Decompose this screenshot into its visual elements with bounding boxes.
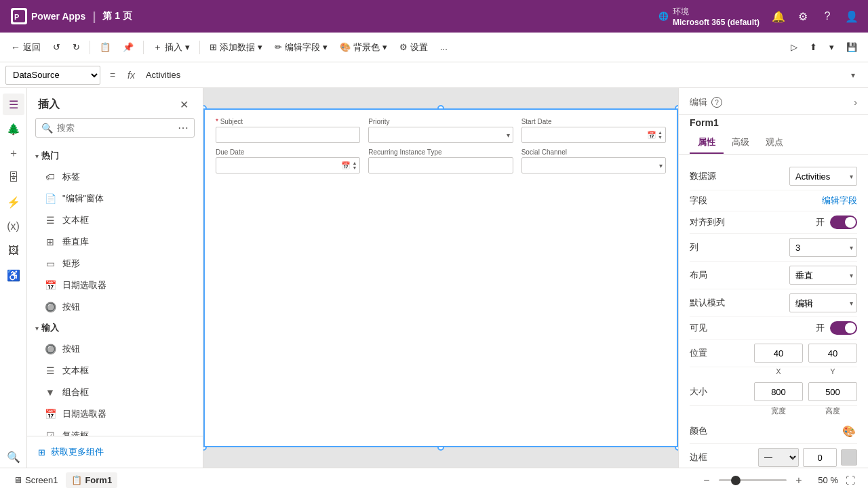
preview-button[interactable]: ▷ xyxy=(785,39,803,55)
search-more-button[interactable]: ⋯ xyxy=(178,121,189,134)
bg-color-button[interactable]: 🎨 背景色 ▾ xyxy=(334,39,393,56)
position-inputs xyxy=(754,344,857,363)
input-section-header[interactable]: ▾ 输入 xyxy=(27,318,203,338)
help-button[interactable]: ? xyxy=(816,5,838,27)
insert-button[interactable]: ＋ 插入 ▾ xyxy=(148,39,195,56)
default-mode-select[interactable]: 编辑 xyxy=(789,293,857,312)
due-date-input[interactable]: 📅 ▲ ▼ xyxy=(216,157,360,173)
layout-select[interactable]: 垂直 xyxy=(789,266,857,285)
edit-field-button[interactable]: ✏ 编辑字段 ▾ xyxy=(269,39,333,56)
textbox-input-icon: ☰ xyxy=(43,364,57,377)
tab-properties[interactable]: 属性 xyxy=(690,131,724,154)
screen1-button[interactable]: 🖥 Screen1 xyxy=(8,472,63,488)
priority-label: Priority xyxy=(368,118,513,125)
connect-panel-button[interactable]: ⚡ xyxy=(3,191,24,213)
snap-columns-toggle[interactable] xyxy=(830,216,857,229)
form1-button[interactable]: 📋 Form1 xyxy=(66,472,117,488)
search-left-button[interactable]: 🔍 xyxy=(3,446,24,468)
recurring-label: Recurring Instance Type xyxy=(368,148,513,156)
columns-select[interactable]: 3 xyxy=(789,238,857,257)
formula-fx-button[interactable]: fx xyxy=(125,70,138,81)
settings-button[interactable]: ⚙ xyxy=(792,5,814,27)
sidebar-item-textbox-input[interactable]: ☰ 文本框 xyxy=(27,360,203,382)
form-canvas[interactable]: * Subject Priority ▾ Start Date xyxy=(203,108,678,447)
add-data-button[interactable]: ⊞ 添加数据 ▾ xyxy=(204,39,268,56)
sidebar-item-combobox[interactable]: ▼ 组合框 xyxy=(27,382,203,403)
tab-advanced[interactable]: 高级 xyxy=(724,131,757,154)
width-input[interactable] xyxy=(754,382,803,401)
sidebar-item-checkbox[interactable]: ☑ 复选框 xyxy=(27,425,203,436)
popular-section-title: 热门 xyxy=(41,150,59,162)
start-date-field: Start Date 📅 ▲ ▼ xyxy=(521,118,666,143)
zoom-in-button[interactable]: + xyxy=(789,471,808,490)
insert-panel-button[interactable]: ＋ xyxy=(3,142,24,164)
publish-arrow-button[interactable]: ▾ xyxy=(824,39,840,55)
sidebar-item-edit-form[interactable]: 📄 "编辑"窗体 xyxy=(27,188,203,209)
recurring-input[interactable] xyxy=(368,157,513,173)
sidebar: 插入 ✕ 🔍 ⋯ ▾ 热门 🏷 标签 📄 "编辑"窗体 ☰ xyxy=(27,88,203,468)
datasource-select[interactable]: Activities xyxy=(789,167,857,186)
edit-fields-link[interactable]: 编辑字段 xyxy=(822,194,857,207)
tree-view-button[interactable]: 🌲 xyxy=(3,118,24,140)
sidebar-item-button-popular[interactable]: 🔘 按钮 xyxy=(27,296,203,318)
position-x-input[interactable] xyxy=(754,344,803,363)
formula-expand-icon[interactable]: ▾ xyxy=(844,66,863,85)
tab-view[interactable]: 观点 xyxy=(757,131,791,154)
sidebar-item-vertical-gallery[interactable]: ⊞ 垂直库 xyxy=(27,231,203,253)
zoom-out-button[interactable]: − xyxy=(697,471,716,490)
sidebar-item-button-input[interactable]: 🔘 按钮 xyxy=(27,338,203,360)
sidebar-item-textbox[interactable]: ☰ 文本框 xyxy=(27,209,203,231)
border-width-input[interactable] xyxy=(803,448,837,467)
formula-datasource-select[interactable]: DataSource xyxy=(5,66,100,85)
search-input[interactable] xyxy=(57,119,174,137)
undo-button[interactable]: ↺ xyxy=(47,39,66,55)
accessibility-button[interactable]: ♿ xyxy=(3,264,24,286)
help-circle-icon[interactable]: ? xyxy=(711,97,722,108)
sidebar-item-label[interactable]: 🏷 标签 xyxy=(27,166,203,188)
border-prop-row: 边框 — xyxy=(690,444,857,468)
right-panel-expand-button[interactable]: › xyxy=(854,97,857,108)
statusbar: 🖥 Screen1 📋 Form1 − + 50 % ⛶ xyxy=(0,468,868,492)
sidebar-item-date-picker-input[interactable]: 📅 日期选取器 xyxy=(27,403,203,425)
back-button[interactable]: ← 返回 xyxy=(5,39,46,56)
layout-prop-label: 布局 xyxy=(690,269,707,281)
sidebar-toggle-button[interactable]: ☰ xyxy=(3,94,24,115)
position-y-input[interactable] xyxy=(808,344,857,363)
button-input-icon: 🔘 xyxy=(43,342,57,356)
border-style-select[interactable]: — xyxy=(758,448,799,467)
visible-toggle[interactable] xyxy=(830,321,857,335)
height-input[interactable] xyxy=(808,382,857,401)
media-button[interactable]: 🖼 xyxy=(3,240,24,262)
account-button[interactable]: 👤 xyxy=(841,5,863,27)
paste-button[interactable]: 📌 xyxy=(117,39,139,55)
sidebar-close-button[interactable]: ✕ xyxy=(176,96,192,112)
get-more-components-button[interactable]: ⊞ 获取更多组件 xyxy=(35,442,195,462)
formula-input[interactable] xyxy=(140,66,841,85)
due-date-up-icon: ▲ xyxy=(352,161,357,165)
position-y-sublabel: Y xyxy=(808,367,857,375)
notification-button[interactable]: 🔔 xyxy=(768,5,789,27)
copy-button[interactable]: 📋 xyxy=(94,39,116,55)
popular-section-header[interactable]: ▾ 热门 xyxy=(27,146,203,166)
border-color-swatch[interactable] xyxy=(841,449,857,466)
start-date-input[interactable]: 📅 ▲ ▼ xyxy=(521,127,666,143)
save-button[interactable]: 💾 xyxy=(841,39,863,55)
zoom-slider[interactable] xyxy=(719,479,787,481)
zoom-expand-button[interactable]: ⛶ xyxy=(841,471,860,490)
more-button[interactable]: ... xyxy=(435,39,453,55)
height-sublabel: 高度 xyxy=(808,406,857,416)
data-panel-button[interactable]: 🗄 xyxy=(3,167,24,188)
snap-columns-label: 对齐到列 xyxy=(690,216,725,228)
publish-button[interactable]: ⬆ xyxy=(804,39,823,55)
sidebar-item-date-picker[interactable]: 📅 日期选取器 xyxy=(27,274,203,296)
color-picker-button[interactable]: 🎨 xyxy=(841,423,857,439)
priority-select[interactable]: ▾ xyxy=(368,127,513,143)
variables-button[interactable]: (x) xyxy=(3,216,24,237)
social-channel-select[interactable]: ▾ xyxy=(521,157,666,173)
subject-input[interactable] xyxy=(216,127,360,143)
social-channel-field: Social Channel ▾ xyxy=(521,148,666,173)
settings-gear-button[interactable]: ⚙ 设置 xyxy=(394,39,433,56)
sidebar-item-rectangle[interactable]: ▭ 矩形 xyxy=(27,253,203,274)
checkbox-item-label: 复选框 xyxy=(62,430,89,436)
redo-button[interactable]: ↻ xyxy=(67,39,85,55)
